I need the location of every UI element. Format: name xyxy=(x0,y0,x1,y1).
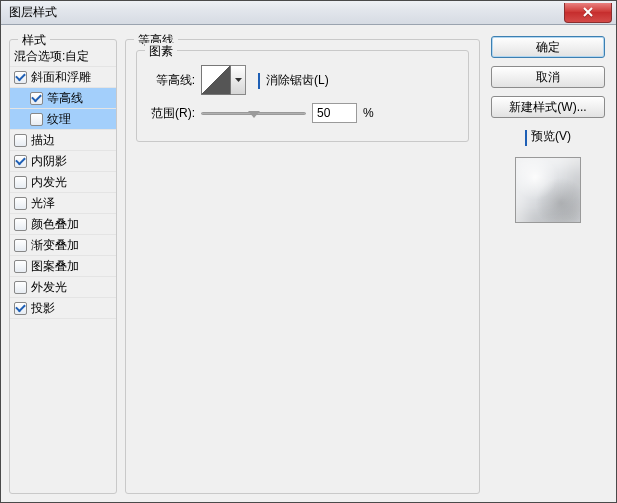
style-row[interactable]: 纹理 xyxy=(10,109,116,130)
slider-thumb-icon xyxy=(248,111,260,118)
contour-dropdown[interactable] xyxy=(231,65,246,95)
preview-label: 预览(V) xyxy=(531,128,571,145)
style-row[interactable]: 描边 xyxy=(10,130,116,151)
group-legend: 图素 xyxy=(145,43,177,60)
style-label: 等高线 xyxy=(47,90,83,107)
style-checkbox[interactable] xyxy=(14,218,27,231)
style-label: 图案叠加 xyxy=(31,258,79,275)
style-checkbox[interactable] xyxy=(14,281,27,294)
range-row: 范围(R): % xyxy=(147,103,458,123)
svg-marker-2 xyxy=(235,78,242,82)
titlebar[interactable]: 图层样式 xyxy=(1,1,616,25)
style-checkbox[interactable] xyxy=(14,197,27,210)
settings-panel: 等高线 图素 等高线: 消除锯齿(L) 范围(R): xyxy=(125,39,480,494)
style-label: 内阴影 xyxy=(31,153,67,170)
style-checkbox[interactable] xyxy=(14,302,27,315)
style-checkbox[interactable] xyxy=(30,92,43,105)
window-title: 图层样式 xyxy=(9,4,57,21)
contour-label: 等高线: xyxy=(147,72,195,89)
blend-options-row[interactable]: 混合选项:自定 xyxy=(10,46,116,67)
style-label: 斜面和浮雕 xyxy=(31,69,91,86)
style-label: 光泽 xyxy=(31,195,55,212)
style-row[interactable]: 光泽 xyxy=(10,193,116,214)
style-checkbox[interactable] xyxy=(14,239,27,252)
layer-style-dialog: 图层样式 样式 混合选项:自定 斜面和浮雕等高线纹理描边内阴影内发光光泽颜色叠加… xyxy=(0,0,617,503)
antialias-label: 消除锯齿(L) xyxy=(266,72,329,89)
style-checkbox[interactable] xyxy=(30,113,43,126)
dialog-body: 样式 混合选项:自定 斜面和浮雕等高线纹理描边内阴影内发光光泽颜色叠加渐变叠加图… xyxy=(1,25,616,502)
contour-picker[interactable] xyxy=(201,65,231,95)
style-row[interactable]: 颜色叠加 xyxy=(10,214,116,235)
blend-options-label: 混合选项:自定 xyxy=(14,48,89,65)
style-checkbox[interactable] xyxy=(14,134,27,147)
style-row[interactable]: 图案叠加 xyxy=(10,256,116,277)
close-icon xyxy=(582,6,594,18)
group-tuxiang: 图素 等高线: 消除锯齿(L) 范围(R): xyxy=(136,50,469,142)
range-unit: % xyxy=(363,106,374,120)
style-row[interactable]: 等高线 xyxy=(10,88,116,109)
style-row[interactable]: 投影 xyxy=(10,298,116,319)
style-checkbox[interactable] xyxy=(14,155,27,168)
style-label: 渐变叠加 xyxy=(31,237,79,254)
preview-row: 预览(V) xyxy=(525,128,571,145)
style-row[interactable]: 外发光 xyxy=(10,277,116,298)
style-checkbox[interactable] xyxy=(14,176,27,189)
style-row[interactable]: 斜面和浮雕 xyxy=(10,67,116,88)
right-column: 确定 取消 新建样式(W)... 预览(V) xyxy=(488,33,608,494)
close-button[interactable] xyxy=(564,3,612,23)
new-style-button[interactable]: 新建样式(W)... xyxy=(491,96,605,118)
style-checkbox[interactable] xyxy=(14,260,27,273)
styles-panel: 样式 混合选项:自定 斜面和浮雕等高线纹理描边内阴影内发光光泽颜色叠加渐变叠加图… xyxy=(9,39,117,494)
style-checkbox[interactable] xyxy=(14,71,27,84)
style-row[interactable]: 内阴影 xyxy=(10,151,116,172)
style-label: 内发光 xyxy=(31,174,67,191)
style-row[interactable]: 渐变叠加 xyxy=(10,235,116,256)
range-input[interactable] xyxy=(312,103,357,123)
style-row[interactable]: 内发光 xyxy=(10,172,116,193)
styles-list: 混合选项:自定 斜面和浮雕等高线纹理描边内阴影内发光光泽颜色叠加渐变叠加图案叠加… xyxy=(10,46,116,319)
style-label: 投影 xyxy=(31,300,55,317)
preview-checkbox[interactable] xyxy=(525,130,527,144)
style-label: 描边 xyxy=(31,132,55,149)
ok-button[interactable]: 确定 xyxy=(491,36,605,58)
chevron-down-icon xyxy=(235,78,242,82)
style-label: 纹理 xyxy=(47,111,71,128)
style-label: 颜色叠加 xyxy=(31,216,79,233)
range-label: 范围(R): xyxy=(147,105,195,122)
styles-legend: 样式 xyxy=(18,32,50,49)
range-slider[interactable] xyxy=(201,104,306,123)
preview-swatch xyxy=(515,157,581,223)
contour-row: 等高线: 消除锯齿(L) xyxy=(147,65,458,95)
cancel-button[interactable]: 取消 xyxy=(491,66,605,88)
antialias-checkbox[interactable] xyxy=(258,73,260,87)
style-label: 外发光 xyxy=(31,279,67,296)
